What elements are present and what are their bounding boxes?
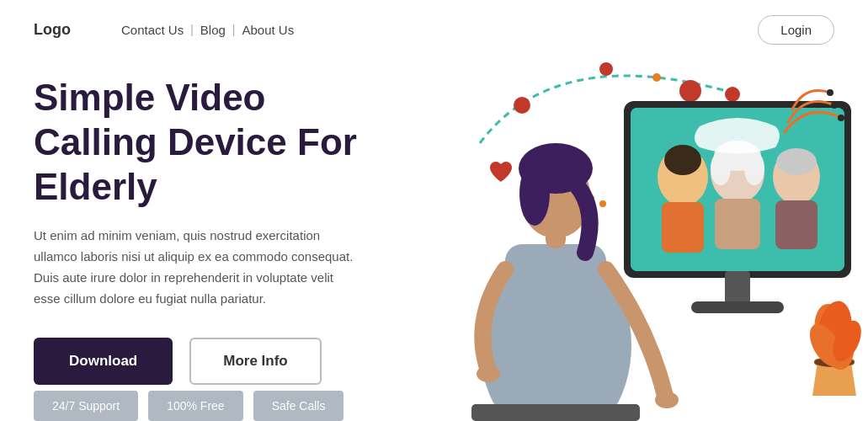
- hero-description: Ut enim ad minim veniam, quis nostrud ex…: [34, 226, 354, 309]
- svg-point-13: [519, 162, 550, 226]
- svg-point-15: [477, 365, 500, 382]
- svg-rect-9: [505, 244, 606, 354]
- badges-row: 24/7 Support 100% Free Safe Calls: [34, 391, 343, 421]
- download-button[interactable]: Download: [34, 338, 173, 385]
- nav-link-about[interactable]: About Us: [242, 23, 295, 37]
- badge-support: 24/7 Support: [34, 391, 138, 421]
- hero-section: Simple Video Calling Device For Elderly …: [0, 59, 868, 421]
- hero-title: Simple Video Calling Device For Elderly: [34, 76, 370, 209]
- nav-link-blog[interactable]: Blog: [200, 23, 226, 37]
- svg-rect-16: [471, 404, 640, 421]
- svg-rect-21: [662, 202, 704, 253]
- svg-rect-29: [775, 200, 817, 249]
- svg-point-4: [652, 73, 661, 82]
- hero-right: [404, 59, 868, 421]
- nav-sep-1: |: [190, 23, 194, 36]
- svg-rect-32: [691, 301, 784, 313]
- more-info-button[interactable]: More Info: [189, 338, 322, 385]
- svg-rect-31: [725, 271, 750, 305]
- svg-point-26: [711, 152, 731, 185]
- svg-point-1: [599, 62, 613, 76]
- svg-point-14: [655, 392, 679, 408]
- svg-point-27: [744, 152, 764, 185]
- navbar: Logo Contact Us | Blog | About Us Login: [0, 0, 868, 59]
- svg-point-41: [838, 115, 844, 121]
- svg-point-40: [831, 102, 838, 109]
- nav-right: Login: [758, 15, 834, 45]
- hero-left: Simple Video Calling Device For Elderly …: [0, 59, 404, 421]
- badge-free: 100% Free: [148, 391, 242, 421]
- hero-buttons: Download More Info: [34, 338, 370, 385]
- plant-decoration: [801, 286, 868, 396]
- svg-rect-24: [715, 199, 760, 249]
- logo: Logo: [34, 21, 71, 39]
- nav-link-contact[interactable]: Contact Us: [121, 23, 184, 37]
- svg-point-30: [776, 148, 817, 175]
- nav-links: Contact Us | Blog | About Us: [121, 23, 758, 37]
- badge-calls: Safe Calls: [253, 391, 344, 421]
- svg-point-22: [664, 145, 701, 175]
- swirl-decoration: [784, 76, 851, 143]
- svg-point-39: [827, 89, 833, 96]
- nav-sep-2: |: [232, 23, 236, 36]
- login-button[interactable]: Login: [758, 15, 834, 45]
